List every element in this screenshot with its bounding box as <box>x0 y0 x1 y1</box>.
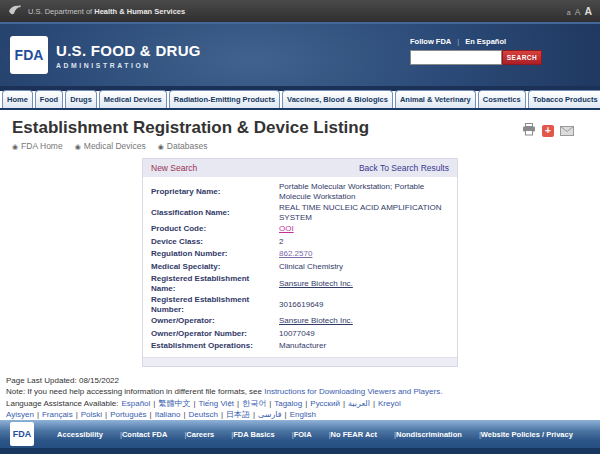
language-link[interactable]: Русский <box>310 399 340 408</box>
nav-tab[interactable]: Food <box>35 90 63 108</box>
field-label: Classification Name: <box>151 208 271 218</box>
header-links: Follow FDA | En Español <box>410 37 542 46</box>
separator: | <box>269 399 271 408</box>
follow-fda-link[interactable]: Follow FDA <box>410 37 451 46</box>
email-icon[interactable] <box>560 122 574 140</box>
fda-logo[interactable]: FDA <box>10 36 48 74</box>
footer-link[interactable]: Nondiscrimination <box>396 430 462 439</box>
font-size-small-button[interactable]: a <box>567 9 571 16</box>
viewers-players-link[interactable]: Instructions for Downloading Viewers and… <box>264 387 442 396</box>
field-value[interactable]: 862.2570 <box>279 249 449 259</box>
en-espanol-link[interactable]: En Español <box>465 37 506 46</box>
footer-bar: FDA |Accessibility|Contact FDA|Careers|F… <box>0 420 600 448</box>
field-label: Regulation Number: <box>151 249 271 259</box>
separator: | <box>153 399 155 408</box>
print-icon[interactable] <box>522 122 536 140</box>
nav-tab[interactable]: Vaccines, Blood & Biologics <box>282 90 393 108</box>
language-link[interactable]: Polski <box>81 410 102 419</box>
share-icon[interactable]: + <box>542 125 554 137</box>
footer-link[interactable]: Accessibility <box>57 430 103 439</box>
footer-link[interactable]: No FEAR Act <box>331 430 377 439</box>
page-footer-notes: Page Last Updated: 08/15/2022 Note: If y… <box>6 375 594 421</box>
result-panel-header: New Search Back To Search Results <box>143 159 457 177</box>
footer-link[interactable]: Website Policies / Privacy <box>481 430 573 439</box>
field-value: Clinical Chemistry <box>279 262 449 272</box>
field-value: Manufacturer <box>279 341 449 351</box>
breadcrumb-bullet-icon: ◉ <box>158 143 164 150</box>
field-value[interactable]: Sansure Biotech Inc. <box>279 316 449 326</box>
nav-tab[interactable]: Home <box>2 90 33 108</box>
language-link[interactable]: Italiano <box>155 410 181 419</box>
field-value: REAL TIME NUCLEIC ACID AMPLIFICATION SYS… <box>279 203 449 223</box>
footer-fda-logo[interactable]: FDA <box>10 422 34 446</box>
language-link[interactable]: Tagalog <box>274 399 302 408</box>
separator: | <box>373 399 375 408</box>
page-header: Establishment Registration & Device List… <box>0 110 600 151</box>
header-search-input[interactable] <box>410 50 502 65</box>
language-link[interactable]: Deutsch <box>189 410 218 419</box>
header-right: Follow FDA | En Español SEARCH <box>410 37 542 65</box>
hhs-top-bar: U.S. Department of Health & Human Servic… <box>0 0 600 22</box>
language-link[interactable]: العربية <box>348 399 370 408</box>
language-link[interactable]: Tiếng Việt <box>198 399 234 408</box>
footer-link[interactable]: Contact FDA <box>122 430 167 439</box>
nav-tab[interactable]: Radiation-Emitting Products <box>169 90 280 108</box>
separator: | <box>37 410 39 419</box>
language-link[interactable]: Português <box>110 410 146 419</box>
header-search: SEARCH <box>410 50 542 65</box>
language-link[interactable]: Français <box>42 410 73 419</box>
breadcrumb-link[interactable]: FDA Home <box>21 141 63 151</box>
footer-link[interactable]: FOIA <box>294 430 312 439</box>
result-panel: New Search Back To Search Results Propri… <box>142 158 458 367</box>
nav-tab[interactable]: Cosmetics <box>478 90 526 108</box>
result-row: Device Class: 2 <box>151 236 449 249</box>
result-row: Proprietary Name: Portable Molecular Wor… <box>151 181 449 202</box>
nav-tab[interactable]: Medical Devices <box>99 90 167 108</box>
language-link[interactable]: 繁體中文 <box>158 399 190 408</box>
result-row: Registered Establishment Name: Sansure B… <box>151 273 449 294</box>
result-row: Product Code: OOI <box>151 223 449 236</box>
fda-header: FDA U.S. FOOD & DRUG ADMINISTRATION Foll… <box>0 22 600 86</box>
field-label: Registered Establishment Number: <box>151 295 271 315</box>
footer-link[interactable]: Careers <box>186 430 214 439</box>
language-link[interactable]: 한국어 <box>242 399 266 408</box>
language-assistance: Language Assistance Available:|Español|繁… <box>6 398 594 420</box>
breadcrumb-bullet-icon: ◉ <box>75 143 81 150</box>
separator: | <box>285 410 287 419</box>
language-link[interactable]: فارسی <box>258 410 282 419</box>
field-label: Product Code: <box>151 224 271 234</box>
footer-fda-logo-text: FDA <box>13 429 32 439</box>
font-size-medium-button[interactable]: A <box>575 7 581 17</box>
nav-tab[interactable]: Tobacco Products <box>528 90 600 108</box>
header-search-button[interactable]: SEARCH <box>502 50 542 65</box>
hhs-department-text[interactable]: U.S. Department of Health & Human Servic… <box>28 7 185 16</box>
page-title: Establishment Registration & Device List… <box>12 118 588 138</box>
language-assistance-label: Language Assistance Available: <box>6 399 118 408</box>
result-panel-footer <box>143 357 457 366</box>
nav-tab[interactable]: Drugs <box>65 90 97 108</box>
breadcrumb-bullet-icon: ◉ <box>12 143 18 150</box>
language-link[interactable]: 日本語 <box>226 410 250 419</box>
result-row: Regulation Number: 862.2570 <box>151 248 449 261</box>
nav-tab[interactable]: Animal & Veterinary <box>395 90 476 108</box>
result-row: Owner/Operator Number: 10077049 <box>151 328 449 341</box>
page-content: Establishment Registration & Device List… <box>0 110 600 420</box>
field-value[interactable]: Sansure Biotech Inc. <box>279 279 449 289</box>
separator: | <box>305 399 307 408</box>
result-table: Proprietary Name: Portable Molecular Wor… <box>143 177 457 357</box>
back-to-results-link[interactable]: Back To Search Results <box>359 163 449 173</box>
result-row: Classification Name: REAL TIME NUCLEIC A… <box>151 202 449 223</box>
result-row: Owner/Operator: Sansure Biotech Inc. <box>151 315 449 328</box>
language-link[interactable]: English <box>290 410 316 419</box>
breadcrumb: ◉FDA Home◉Medical Devices◉Databases <box>12 141 588 151</box>
language-link[interactable]: Español <box>121 399 150 408</box>
fda-subtitle: ADMINISTRATION <box>56 62 201 69</box>
separator: | <box>183 410 185 419</box>
field-value[interactable]: OOI <box>279 224 449 234</box>
footer-link[interactable]: FDA Basics <box>233 430 274 439</box>
font-size-large-button[interactable]: A <box>584 5 592 17</box>
breadcrumb-link[interactable]: Databases <box>167 141 208 151</box>
breadcrumb-link[interactable]: Medical Devices <box>84 141 146 151</box>
new-search-link[interactable]: New Search <box>151 163 197 173</box>
result-row: Registered Establishment Number: 3016619… <box>151 294 449 315</box>
